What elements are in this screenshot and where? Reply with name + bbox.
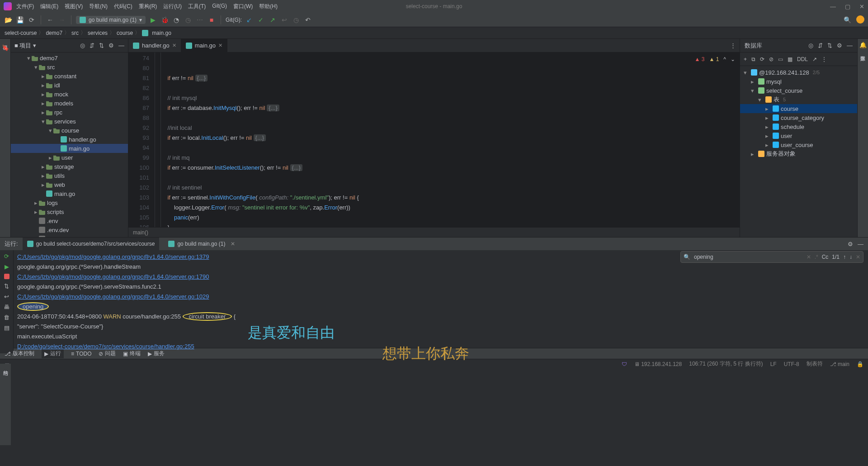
profile-icon[interactable]: ◷ — [184, 15, 193, 24]
tree-row-models[interactable]: ▸models — [11, 99, 128, 108]
crumb-2[interactable]: src — [71, 30, 79, 36]
gear-icon[interactable]: ⚙ — [837, 42, 842, 49]
console-output[interactable]: 🔍 ✕ .* Cc 1/1 ↑ ↓ ✕ C:/Users/lzb/go/pkg/… — [14, 250, 868, 353]
run-icon[interactable]: ▶ — [5, 263, 9, 270]
menu-view[interactable]: 视图(V) — [65, 3, 83, 10]
clear-icon[interactable]: ✕ — [807, 252, 811, 262]
run-config-selector[interactable]: go build main.go (1) ▾ — [76, 16, 146, 24]
db-schema-mysql[interactable]: ▸mysql — [740, 77, 857, 86]
tree-row-logs[interactable]: ▸logs — [11, 198, 128, 207]
run-tab-1[interactable]: go build main.go (1)✕ — [164, 238, 240, 250]
tree-row-constant[interactable]: ▸constant — [11, 71, 128, 81]
menu-window[interactable]: 窗口(W) — [233, 3, 253, 10]
duplicate-icon[interactable]: ⧉ — [751, 56, 755, 62]
collapse-icon[interactable]: ⇅ — [99, 42, 104, 49]
close-icon[interactable]: ✕ — [218, 43, 222, 48]
forward-icon[interactable]: → — [57, 15, 66, 24]
run-tab-0[interactable]: go build select-course/demo7/src/service… — [23, 238, 160, 250]
diagram-icon[interactable]: ▦ — [788, 56, 793, 62]
status-indent[interactable]: 制表符 — [807, 360, 823, 368]
tree-row-storage[interactable]: ▸storage — [11, 162, 128, 171]
stop-icon[interactable] — [4, 274, 9, 279]
tree-row-main.go[interactable]: main.go — [11, 144, 128, 153]
target-icon[interactable]: ◎ — [808, 42, 813, 49]
git-rollback-icon[interactable]: ↶ — [303, 15, 312, 24]
code-area[interactable]: ▲ 3 ▲ 1 ^⌄ if err != nil {...} // init m… — [161, 52, 740, 227]
target-icon[interactable]: ◎ — [80, 42, 85, 49]
next-icon[interactable]: ↓ — [849, 252, 852, 262]
refresh-icon[interactable]: ⟳ — [760, 56, 764, 62]
attach-icon[interactable]: ⋯ — [195, 15, 204, 24]
soft-wrap-icon[interactable]: ↩ — [4, 293, 9, 300]
layout-icon[interactable]: ⇅ — [4, 283, 9, 290]
collapse-icon[interactable]: ⇅ — [827, 42, 832, 49]
lock-icon[interactable]: 🔒 — [857, 361, 863, 367]
crumb-4[interactable]: course — [117, 30, 133, 36]
menu-git[interactable]: Git(G) — [212, 3, 227, 10]
menu-nav[interactable]: 导航(N) — [89, 3, 108, 10]
fold-area[interactable] — [155, 52, 161, 227]
menu-tools[interactable]: 工具(T) — [188, 3, 206, 10]
db-table-course[interactable]: ▸course — [740, 104, 857, 113]
git-clock-icon[interactable]: ◷ — [292, 15, 301, 24]
db-tables-folder[interactable]: ▾表5 — [740, 95, 857, 104]
tree-row-web[interactable]: ▸web — [11, 180, 128, 189]
sync-icon[interactable]: ⟳ — [27, 15, 36, 24]
jump-icon[interactable]: ↗ — [812, 56, 817, 62]
hide-icon[interactable]: — — [858, 241, 863, 247]
chevron-down-icon[interactable]: ⌄ — [731, 54, 735, 64]
maximize-icon[interactable]: ▢ — [845, 3, 850, 10]
search-input[interactable] — [694, 254, 803, 260]
avatar-icon[interactable] — [856, 15, 864, 24]
close-icon[interactable]: ✕ — [231, 241, 235, 247]
print-icon[interactable]: 🖶 — [4, 304, 9, 310]
delete-icon[interactable]: 🗑 — [4, 314, 9, 321]
menu-help[interactable]: 帮助(H) — [259, 3, 278, 10]
tree-row-src[interactable]: ▾src — [11, 62, 128, 71]
kebab-icon[interactable]: ⋮ — [730, 42, 736, 49]
chevron-up-icon[interactable]: ^ — [723, 54, 726, 64]
stop-icon[interactable]: ⊘ — [769, 56, 774, 62]
db-table-schedule[interactable]: ▸schedule — [740, 122, 857, 131]
rerun-icon[interactable]: ⟳ — [4, 253, 9, 260]
hide-icon[interactable]: — — [847, 42, 853, 49]
project-tree[interactable]: ▾demo7▾src▸constant▸idl▸mock▸models▸rpc▾… — [11, 52, 128, 237]
tree-row-.env.dev[interactable]: .env.dev — [11, 225, 128, 234]
add-icon[interactable]: + — [744, 56, 747, 62]
git-push-icon[interactable]: ↗ — [268, 15, 277, 24]
prev-icon[interactable]: ↑ — [843, 252, 846, 262]
expand-icon[interactable]: ⇵ — [90, 42, 94, 49]
menu-file[interactable]: 文件(F) — [16, 3, 34, 10]
tree-row-.env[interactable]: .env — [11, 216, 128, 225]
save-icon[interactable]: 💾 — [15, 15, 24, 24]
tree-row-user[interactable]: ▸user — [11, 153, 128, 162]
console-icon[interactable]: ▭ — [778, 56, 783, 62]
tree-row-utils[interactable]: ▸utils — [11, 171, 128, 180]
gear-icon[interactable]: ⚙ — [108, 42, 114, 49]
tree-row-rpc[interactable]: ▸rpc — [11, 108, 128, 117]
git-update-icon[interactable]: ↙ — [245, 15, 254, 24]
crumb-1[interactable]: demo7 — [46, 30, 62, 36]
editor-breadcrumb[interactable]: main() — [128, 227, 740, 237]
menu-run[interactable]: 运行(U) — [163, 3, 182, 10]
tree-row-handler.go[interactable]: handler.go — [11, 135, 128, 144]
kebab-icon[interactable]: ⋮ — [821, 56, 827, 62]
menu-refactor[interactable]: 重构(R) — [139, 3, 157, 10]
db-table-user[interactable]: ▸user — [740, 131, 857, 140]
status-encoding[interactable]: UTF-8 — [784, 361, 799, 367]
crumb-0[interactable]: select-course — [5, 30, 37, 36]
regex-toggle[interactable]: .* — [815, 252, 818, 262]
editor-body[interactable]: 7480818286878892939499100101102103104105… — [128, 52, 740, 227]
db-datasource[interactable]: ▾@192.168.241.1282/5 — [740, 68, 857, 77]
scroll-icon[interactable]: ▤ — [4, 324, 9, 331]
case-toggle[interactable]: Cc — [822, 252, 829, 262]
bookmark-icon[interactable]: 🔖 — [2, 44, 9, 51]
minimize-icon[interactable]: — — [830, 3, 836, 10]
db-server-objects[interactable]: ▸服务器对象 — [740, 149, 857, 158]
db-table-course-category[interactable]: ▸course_category — [740, 113, 857, 122]
close-icon[interactable]: ✕ — [859, 3, 864, 10]
shield-icon[interactable]: 🛡 — [622, 361, 627, 367]
crumb-3[interactable]: services — [88, 30, 108, 36]
git-history-icon[interactable]: ↩ — [280, 15, 289, 24]
coverage-icon[interactable]: ◔ — [172, 15, 181, 24]
